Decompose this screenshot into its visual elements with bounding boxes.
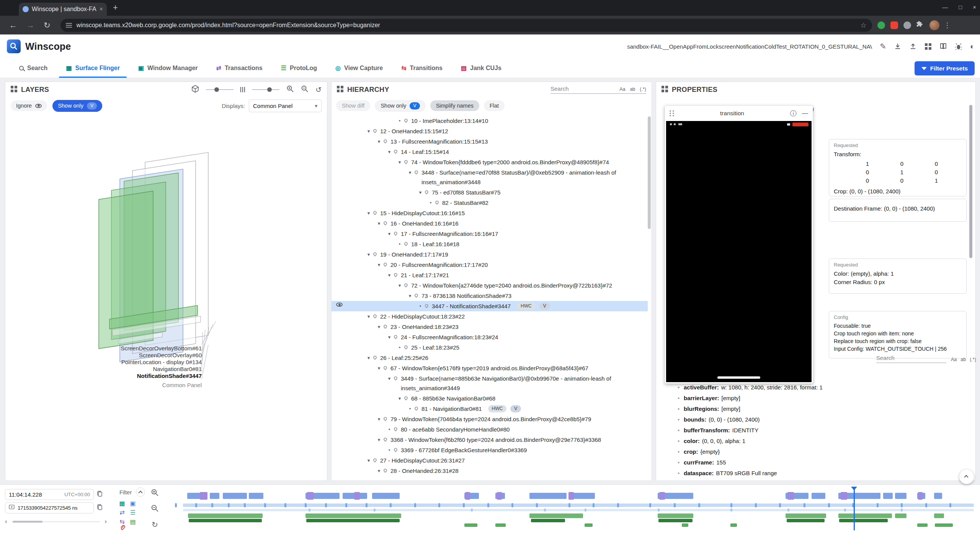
hierarchy-node[interactable]: ▾17 - FullscreenMagnification:16:16#17: [332, 229, 648, 239]
timestamp-ns[interactable]: 1715339054227572545 ns: [5, 502, 94, 513]
regex-icon[interactable]: (.*): [640, 87, 646, 92]
show-only-v-button[interactable]: Show only V: [375, 100, 425, 112]
expand-arrow-icon[interactable]: ▾: [375, 414, 383, 424]
info-icon[interactable]: ⓘ: [790, 109, 797, 118]
pin-icon[interactable]: [383, 468, 388, 473]
pin-icon[interactable]: [424, 303, 429, 308]
simplify-names-button[interactable]: Simplify names: [430, 100, 479, 111]
download-icon[interactable]: [894, 43, 902, 50]
spacing-slider[interactable]: [252, 89, 279, 90]
dark-mode-icon[interactable]: ◐: [970, 42, 975, 51]
property-row[interactable]: •blurRegions:[empty]: [656, 404, 975, 414]
transition-card[interactable]: transition ⓘ —: [665, 105, 813, 384]
hierarchy-node[interactable]: ▾74 - WindowToken{fdddbe6 type=2000 andr…: [332, 157, 648, 167]
expand-arrow-icon[interactable]: ▾: [365, 208, 372, 218]
expand-arrow-icon[interactable]: ▾: [385, 147, 393, 157]
timeline-segment[interactable]: [786, 513, 826, 518]
expand-arrow-icon[interactable]: ▾: [375, 219, 383, 228]
timeline-segment[interactable]: [658, 513, 693, 518]
timeline-segment[interactable]: [372, 493, 400, 499]
zoom-in-icon[interactable]: [286, 85, 294, 94]
property-row[interactable]: •color:(0, 0, 0), alpha: 1: [656, 436, 975, 446]
window-maximize-button[interactable]: □: [959, 4, 962, 10]
pin-icon[interactable]: [383, 262, 388, 267]
expand-arrow-icon[interactable]: ▾: [406, 291, 414, 301]
documentation-book-icon[interactable]: [939, 43, 947, 50]
pin-icon[interactable]: [403, 283, 408, 288]
minimize-card-icon[interactable]: —: [802, 110, 808, 117]
timeline-segment[interactable]: [531, 519, 565, 522]
tab-view-capture[interactable]: ◎ View Capture: [326, 58, 392, 78]
timeline-segment[interactable]: [585, 523, 593, 527]
expand-arrow-icon[interactable]: ▾: [385, 374, 393, 383]
expand-arrow-icon[interactable]: ▾: [375, 466, 383, 476]
tab-transitions[interactable]: ⇆ Transitions: [392, 58, 452, 78]
tab-jank-cujs[interactable]: ▤ Jank CUJs: [452, 58, 511, 78]
hierarchy-node[interactable]: •25 - Leaf:18:23#25: [332, 342, 648, 353]
pin-icon[interactable]: [434, 200, 439, 205]
hierarchy-node[interactable]: ▾21 - Leaf:17:17#21: [332, 270, 648, 280]
hierarchy-node[interactable]: ▾14 - Leaf:15:15#14: [332, 147, 648, 157]
whole-word-icon[interactable]: ab: [960, 357, 966, 362]
tab-protolog[interactable]: ☰ ProtoLog: [272, 58, 326, 78]
timeline-segment[interactable]: [935, 523, 953, 527]
hierarchy-node[interactable]: •3447 - NotificationShade#3447HWCV: [332, 301, 648, 311]
layer-label[interactable]: PointerLocation - display 0#134: [121, 359, 202, 365]
ignore-toggle[interactable]: Ignore: [11, 100, 47, 111]
pin-icon[interactable]: [383, 416, 388, 421]
pin-icon[interactable]: [414, 170, 419, 175]
window-close-button[interactable]: ×: [973, 4, 976, 10]
timeline-canvas[interactable]: [163, 487, 974, 530]
upload-icon[interactable]: [909, 43, 917, 50]
pin-icon[interactable]: [383, 221, 388, 226]
timeline-cursor[interactable]: [854, 490, 855, 530]
flat-button[interactable]: Flat: [484, 100, 505, 111]
layer-label[interactable]: Common Panel: [162, 382, 202, 388]
expand-arrow-icon[interactable]: ▾: [365, 353, 372, 363]
pin-icon[interactable]: [403, 118, 408, 123]
pin-icon[interactable]: [372, 210, 377, 215]
timeline-segment[interactable]: [249, 493, 263, 499]
pin-icon[interactable]: [372, 128, 377, 133]
site-controls-icon[interactable]: [66, 23, 72, 28]
pin-icon[interactable]: [383, 437, 388, 442]
timeline-segment[interactable]: [307, 492, 314, 500]
surface-flinger-trace-icon[interactable]: ▦: [119, 500, 126, 507]
copy-time-icon[interactable]: [96, 490, 105, 499]
timeline-segment[interactable]: [210, 493, 219, 499]
hierarchy-node[interactable]: ▾3448 - Surface(name=ed70f88 StatusBar)/…: [332, 167, 648, 187]
hierarchy-node[interactable]: •82 - StatusBar#82: [332, 198, 648, 208]
expand-arrow-icon[interactable]: ▾: [375, 363, 383, 373]
extension-icon-gray[interactable]: [903, 21, 911, 29]
jank-cujs-trace-icon[interactable]: ▤: [129, 518, 136, 525]
timeline-segment[interactable]: [883, 493, 893, 499]
timeline-mini-scrollbar[interactable]: ‹ ›: [5, 518, 107, 525]
timeline-segment[interactable]: [918, 492, 923, 500]
expand-arrow-icon[interactable]: ▾: [385, 332, 393, 342]
hierarchy-node[interactable]: ▾12 - OneHanded:15:15#12: [332, 126, 648, 136]
expand-arrow-icon[interactable]: ▾: [375, 435, 383, 445]
timeline-segment[interactable]: [839, 519, 888, 522]
forward-button[interactable]: →: [26, 21, 34, 30]
timeline-segment[interactable]: [895, 493, 906, 499]
timeline-segment[interactable]: [917, 523, 928, 527]
pin-icon[interactable]: [403, 159, 408, 164]
hierarchy-node[interactable]: ▾3449 - Surface(name=885b63e NavigationB…: [332, 373, 648, 393]
hierarchy-node[interactable]: ▾75 - ed70f88 StatusBar#75: [332, 187, 648, 198]
hierarchy-node[interactable]: ▾79 - WindowToken{7046b4a type=2024 andr…: [332, 414, 648, 424]
pin-icon[interactable]: [393, 272, 398, 277]
tab-transactions[interactable]: ⇄ Transactions: [207, 58, 272, 78]
timeline-segment[interactable]: [787, 492, 794, 500]
expand-arrow-icon[interactable]: ▾: [385, 229, 393, 239]
pin-icon[interactable]: [393, 376, 398, 381]
timeline-zoom-out-icon[interactable]: [151, 504, 159, 514]
pin-icon[interactable]: [393, 334, 398, 339]
timeline-segment[interactable]: [895, 513, 906, 518]
timeline-reset-zoom-icon[interactable]: ↻: [152, 520, 158, 529]
pin-icon[interactable]: [403, 345, 408, 350]
property-row[interactable]: •currFrame:155: [656, 457, 975, 468]
pin-icon[interactable]: [372, 252, 377, 257]
hierarchy-node[interactable]: ▾73 - 8736138 NotificationShade#73: [332, 291, 648, 301]
new-tab-button[interactable]: +: [113, 3, 118, 12]
hierarchy-node[interactable]: ▾22 - HideDisplayCutout:18:23#22: [332, 311, 648, 322]
